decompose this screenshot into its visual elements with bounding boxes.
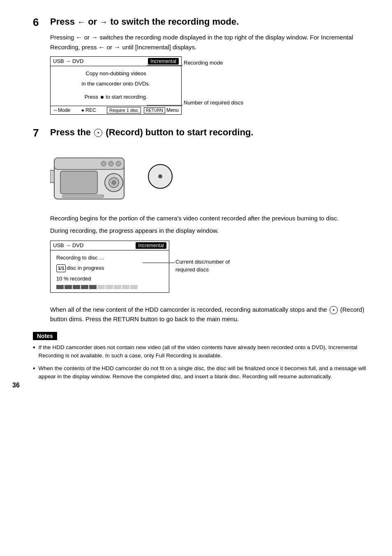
- svg-point-9: [108, 161, 113, 166]
- step7-para2: During recording, the progress appears i…: [50, 226, 367, 236]
- seg-7: [106, 285, 113, 289]
- dw1-footer-right: Require 1 disc RETURN Menu: [107, 107, 179, 113]
- device-illustration-container: [50, 146, 367, 207]
- annotation-recording-mode: Recording mode: [184, 60, 223, 66]
- record-circle-icon-body: ●: [330, 306, 338, 314]
- notes-list: If the HDD camcorder does not contain ne…: [33, 343, 367, 381]
- record-button-illustration: [148, 164, 173, 189]
- device-svg: [50, 146, 141, 207]
- step6-number: 6: [33, 16, 48, 28]
- dw1-footer-mid: ● REC: [81, 107, 96, 113]
- seg-10: [130, 285, 138, 289]
- step6-body: Pressing ← or → switches the recording m…: [50, 32, 367, 115]
- seg-1: [56, 285, 64, 289]
- seg-5: [89, 285, 97, 289]
- dw1-menu-label: Menu: [166, 107, 179, 113]
- step6-title: Press ← or → to switch the recording mod…: [50, 16, 239, 27]
- svg-point-10: [116, 161, 121, 166]
- seg-8: [114, 285, 121, 289]
- display-window-1-container: USB → DVD Incremental Copy non-dubbing v…: [50, 56, 367, 115]
- seg-3: [73, 285, 80, 289]
- svg-rect-11: [62, 195, 104, 197]
- annotation-line-3: [143, 260, 175, 265]
- annotation-current-disc: Current disc/number of required discs: [175, 258, 230, 274]
- annotation-line-1: [147, 63, 184, 68]
- step7-number: 7: [33, 127, 48, 139]
- seg-9: [122, 285, 129, 289]
- progress-bar: [56, 285, 163, 289]
- dw1-require-badge: Require 1 disc: [107, 107, 141, 114]
- dw1-footer-left: ↔Mode: [53, 107, 70, 113]
- svg-rect-4: [60, 171, 97, 194]
- dw1-line2: in the camcorder onto DVDs.: [56, 80, 175, 88]
- pd-disc-line: 1/1disc in progress: [56, 264, 163, 272]
- record-button-inner: [158, 174, 162, 178]
- record-dot-icon: [101, 96, 104, 99]
- notes-section: Notes If the HDD camcorder does not cont…: [33, 332, 367, 381]
- seg-6: [97, 285, 105, 289]
- pd-body: Recording to disc … 1/1disc in progress …: [51, 250, 169, 293]
- pd-percent: 10 % recorded: [56, 275, 163, 283]
- seg-4: [81, 285, 88, 289]
- step6-header: 6 Press ← or → to switch the recording m…: [33, 16, 367, 28]
- display-window-2-container: USB → DVD Incremental Recording to disc …: [50, 241, 367, 293]
- dw1-line1: Copy non-dubbing videos: [56, 70, 175, 78]
- notes-header: Notes: [33, 332, 57, 340]
- step7-title: Press the ● (Record) button to start rec…: [50, 127, 254, 138]
- progress-display: USB → DVD Incremental Recording to disc …: [50, 241, 169, 293]
- notes-item-2: When the contents of the HDD camcorder d…: [33, 364, 367, 381]
- dw1-line3: Press to start recording.: [56, 93, 175, 101]
- step7-body: Recording begins for the portion of the …: [50, 146, 367, 324]
- pd-usb-dvd: USB → DVD: [53, 242, 83, 248]
- svg-rect-12: [50, 170, 54, 183]
- svg-point-7: [112, 181, 116, 185]
- pd-disc-text: disc in progress: [67, 265, 104, 271]
- page: 6 Press ← or → to switch the recording m…: [0, 0, 392, 401]
- page-number: 36: [12, 382, 20, 389]
- pd-header: USB → DVD Incremental: [51, 241, 169, 250]
- pd-mode-badge: Incremental: [136, 242, 166, 249]
- step7-para3: When all of the new content of the HDD c…: [50, 305, 367, 324]
- notes-item-1: If the HDD camcorder does not contain ne…: [33, 343, 367, 360]
- dw1-usb-dvd: USB → DVD: [53, 58, 83, 64]
- pd-disc-badge: 1/1: [56, 264, 66, 272]
- step7-header: 7 Press the ● (Record) button to start r…: [33, 127, 367, 139]
- step6-para1: Pressing ← or → switches the recording m…: [50, 32, 367, 52]
- annotation-num-discs: Number of required discs: [184, 100, 243, 106]
- dw1-return-badge: RETURN: [144, 107, 165, 114]
- seg-2: [65, 285, 72, 289]
- record-circle-icon-title: ●: [94, 129, 102, 137]
- svg-point-8: [101, 161, 106, 166]
- step7-para1: Recording begins for the portion of the …: [50, 214, 367, 223]
- annotation-line-2: [147, 103, 184, 108]
- dw1-body: Copy non-dubbing videos in the camcorder…: [51, 66, 181, 106]
